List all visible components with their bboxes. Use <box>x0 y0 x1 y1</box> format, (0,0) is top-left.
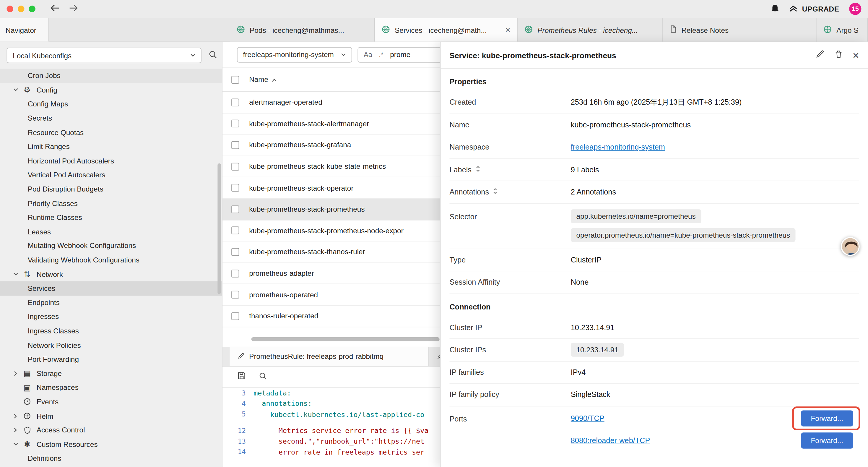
sidebar-item-pod-disruption-budgets[interactable]: Pod Disruption Budgets <box>0 182 222 196</box>
port-line: 8080:reloader-web/TCP Forward... <box>571 430 859 451</box>
window-controls <box>0 6 35 12</box>
details-title: Service: kube-prometheus-stack-prometheu… <box>450 51 616 59</box>
detail-row-created: Created 253d 16h 6m ago (2025年1月13日 GMT+… <box>450 91 859 114</box>
notification-count-badge[interactable]: 15 <box>849 3 861 15</box>
sidebar-item-validating-webhook-configurations[interactable]: Validating Webhook Configurations <box>0 253 222 267</box>
tab-pods[interactable]: Pods - icecheng@mathmas... <box>230 18 375 42</box>
row-checkbox[interactable] <box>231 227 239 234</box>
detail-row-annotations: Annotations 2 Annotations <box>450 181 859 204</box>
close-window-button[interactable] <box>6 6 13 12</box>
sidebar-item-config-maps[interactable]: Config Maps <box>0 97 222 111</box>
sidebar-item-definitions[interactable]: Definitions <box>0 451 222 466</box>
sidebar-item-ingress-classes[interactable]: Ingress Classes <box>0 324 222 338</box>
namespace-link[interactable]: freeleaps-monitoring-system <box>571 143 665 151</box>
storage-icon: ▤ <box>22 369 32 378</box>
sidebar-item-cron-jobs[interactable]: Cron Jobs <box>0 68 222 83</box>
forward-icon[interactable] <box>68 4 79 14</box>
port-link[interactable]: 9090/TCP <box>571 414 604 423</box>
kubeconfig-select[interactable]: Local Kubeconfigs <box>6 48 202 63</box>
sidebar-item-network-policies[interactable]: Network Policies <box>0 338 222 352</box>
sidebar-item-port-forwarding[interactable]: Port Forwarding <box>0 352 222 366</box>
sidebar-group-network[interactable]: ⇅ Network <box>0 267 222 282</box>
sidebar-group-storage[interactable]: ▤ Storage <box>0 366 222 380</box>
chevron-down-icon[interactable] <box>12 88 19 92</box>
tab-argo[interactable]: Argo S <box>816 18 868 42</box>
selector-badge: operator.prometheus.io/name=kube-prometh… <box>571 228 796 242</box>
horizontal-scrollbar[interactable] <box>251 337 440 341</box>
detail-row-selector: Selector app.kubernetes.io/name=promethe… <box>450 204 859 249</box>
save-icon[interactable] <box>237 371 246 382</box>
tab-release-notes[interactable]: Release Notes <box>663 18 816 42</box>
delete-icon[interactable] <box>834 49 843 61</box>
notification-bell-icon[interactable] <box>771 3 779 14</box>
chevron-down-icon[interactable] <box>12 443 19 446</box>
row-checkbox[interactable] <box>231 163 239 170</box>
sidebar-group-events[interactable]: Events <box>0 395 222 409</box>
search-icon[interactable] <box>258 371 267 382</box>
chevron-right-icon[interactable] <box>12 428 19 433</box>
zoom-window-button[interactable] <box>29 6 35 12</box>
row-checkbox[interactable] <box>231 291 239 298</box>
expand-toggle-icon[interactable] <box>493 187 498 197</box>
sidebar-item-leases[interactable]: Leases <box>0 225 222 239</box>
sidebar-item-secrets[interactable]: Secrets <box>0 111 222 125</box>
sidebar-item-endpoints[interactable]: Endpoints <box>0 296 222 310</box>
sidebar-group-namespaces[interactable]: ▣ Namespaces <box>0 380 222 395</box>
tab-strip: Navigator Pods - icecheng@mathmas... Ser… <box>0 18 868 42</box>
detail-row-cluster-ip: Cluster IP 10.233.14.91 <box>450 317 859 339</box>
match-case-toggle[interactable]: Aa <box>364 51 372 58</box>
shield-icon <box>22 426 32 434</box>
select-all-checkbox[interactable] <box>231 76 239 83</box>
forward-button[interactable]: Forward... <box>801 432 853 448</box>
upgrade-button[interactable]: UPGRADE <box>788 4 839 13</box>
chevron-down-icon[interactable] <box>12 272 19 276</box>
name-column-header[interactable]: Name <box>249 76 277 84</box>
sidebar-item-runtime-classes[interactable]: Runtime Classes <box>0 210 222 225</box>
sidebar-item-mutating-webhook-configurations[interactable]: Mutating Webhook Configurations <box>0 239 222 253</box>
edit-icon[interactable] <box>816 49 825 61</box>
row-checkbox[interactable] <box>231 269 239 277</box>
sidebar-scrollbar[interactable] <box>217 164 221 294</box>
forward-button[interactable]: Forward... <box>801 410 853 426</box>
port-link[interactable]: 8080:reloader-web/TCP <box>571 436 650 444</box>
row-checkbox[interactable] <box>231 205 239 213</box>
chevron-right-icon[interactable] <box>12 413 19 418</box>
sidebar-item-resource-quotas[interactable]: Resource Quotas <box>0 125 222 140</box>
close-icon[interactable]: × <box>852 50 859 61</box>
row-checkbox[interactable] <box>231 184 239 192</box>
tab-prometheus-rules[interactable]: Prometheus Rules - icecheng... <box>518 18 663 42</box>
row-checkbox[interactable] <box>231 312 239 320</box>
history-nav <box>50 4 79 14</box>
navigator-sidebar: Local Kubeconfigs Cron Jobs ⚙ Config Con… <box>0 42 222 467</box>
sidebar-group-custom-resources[interactable]: ✱ Custom Resources <box>0 437 222 451</box>
cluster-ip-badge: 10.233.14.91 <box>571 343 624 357</box>
sidebar-item-vertical-pod-autoscalers[interactable]: Vertical Pod Autoscalers <box>0 168 222 182</box>
close-tab-icon[interactable]: × <box>505 25 510 34</box>
row-checkbox[interactable] <box>231 120 239 127</box>
user-avatar[interactable] <box>841 237 860 256</box>
editor-tab-prometheusrule[interactable]: PrometheusRule: freeleaps-prod-rabbitmq <box>230 347 429 366</box>
sidebar-item-ingresses[interactable]: Ingresses <box>0 310 222 324</box>
sidebar-item-limit-ranges[interactable]: Limit Ranges <box>0 140 222 154</box>
search-icon[interactable] <box>208 50 218 61</box>
sidebar-item-services[interactable]: Services <box>0 282 222 296</box>
minimize-window-button[interactable] <box>18 6 24 12</box>
row-checkbox[interactable] <box>231 98 239 106</box>
back-icon[interactable] <box>50 4 60 14</box>
sidebar-item-priority-classes[interactable]: Priority Classes <box>0 196 222 210</box>
sidebar-group-access-control[interactable]: Access Control <box>0 423 222 437</box>
document-icon <box>669 25 677 35</box>
kubernetes-cluster-icon <box>236 25 245 35</box>
expand-toggle-icon[interactable] <box>475 165 480 174</box>
sidebar-group-helm[interactable]: Helm <box>0 409 222 423</box>
regex-toggle[interactable]: .* <box>379 51 383 58</box>
chevron-right-icon[interactable] <box>12 371 19 376</box>
search-query-text: prome <box>390 51 410 59</box>
row-checkbox[interactable] <box>231 248 239 256</box>
tab-services[interactable]: Services - icecheng@math... × <box>375 18 517 42</box>
sidebar-group-config[interactable]: ⚙ Config <box>0 83 222 97</box>
sidebar-item-horizontal-pod-autoscalers[interactable]: Horizontal Pod Autoscalers <box>0 154 222 168</box>
custom-resources-icon: ✱ <box>22 440 32 449</box>
row-checkbox[interactable] <box>231 141 239 149</box>
namespace-select[interactable]: freeleaps-monitoring-system <box>237 47 352 62</box>
